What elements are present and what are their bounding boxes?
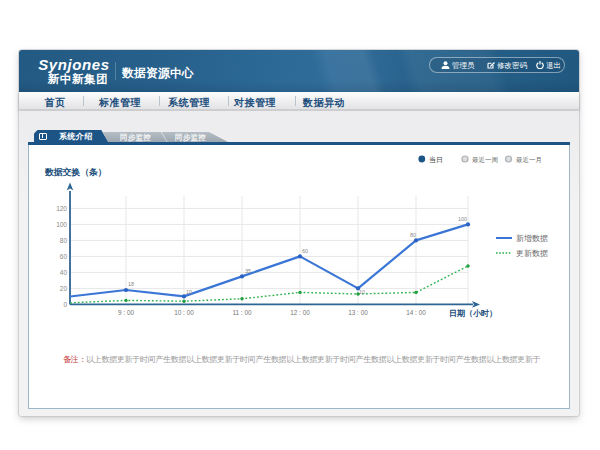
svg-text:新增数据: 新增数据 (516, 234, 548, 243)
svg-text:100: 100 (56, 221, 67, 228)
svg-text:10: 10 (359, 289, 365, 295)
svg-text:120: 120 (56, 205, 67, 212)
svg-text:60: 60 (60, 253, 68, 260)
svg-text:60: 60 (302, 248, 308, 254)
svg-text:10 : 00: 10 : 00 (174, 309, 194, 316)
svg-text:18: 18 (128, 281, 134, 287)
svg-text:10: 10 (186, 289, 192, 295)
svg-text:12 : 00: 12 : 00 (290, 309, 310, 316)
svg-text:14 : 00: 14 : 00 (406, 309, 426, 316)
svg-text:最近一月: 最近一月 (516, 156, 542, 164)
svg-text:数据交换（条）: 数据交换（条） (44, 167, 107, 177)
svg-text:80: 80 (60, 237, 68, 244)
svg-text:11 : 00: 11 : 00 (232, 309, 252, 316)
svg-text:当日: 当日 (429, 156, 443, 164)
svg-text:100: 100 (458, 216, 467, 222)
svg-text:最近一周: 最近一周 (472, 156, 498, 163)
svg-text:9 : 00: 9 : 00 (118, 309, 134, 316)
svg-text:0: 0 (63, 301, 67, 308)
svg-text:更新数据: 更新数据 (516, 249, 548, 258)
svg-text:35: 35 (245, 268, 251, 274)
svg-text:80: 80 (410, 232, 416, 238)
svg-text:日期（小时）: 日期（小时） (449, 309, 497, 318)
svg-text:40: 40 (60, 269, 68, 276)
svg-text:13 : 00: 13 : 00 (348, 309, 368, 316)
svg-text:20: 20 (60, 285, 68, 292)
